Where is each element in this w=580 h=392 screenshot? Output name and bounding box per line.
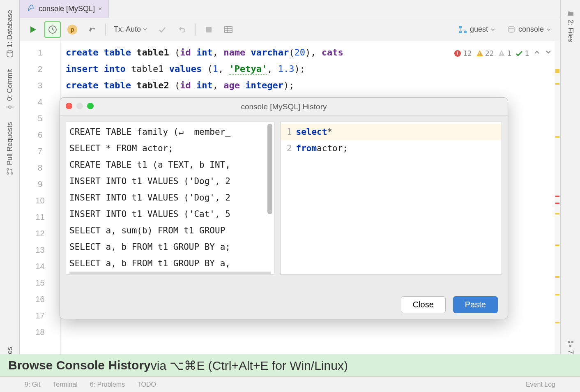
event-log-button[interactable]: Event Log xyxy=(526,381,555,388)
preview-line-number: 1 xyxy=(281,124,292,140)
history-item[interactable]: SELECT a as j, b as j FROM t1 G xyxy=(69,272,271,274)
dialog-title: console [MySQL] History xyxy=(241,102,327,111)
inspection-summary[interactable]: !12 !22 !1 1 xyxy=(451,44,555,62)
warning-count: 22 xyxy=(485,45,494,62)
svg-rect-13 xyxy=(225,27,232,32)
files-tool-button[interactable]: 2: Files xyxy=(566,10,575,42)
run-button[interactable] xyxy=(25,21,41,38)
chevron-down-icon[interactable] xyxy=(545,45,552,62)
line-number: 1 xyxy=(20,44,60,61)
close-icon[interactable]: × xyxy=(98,5,102,13)
history-item[interactable]: INSERT INTO t1 VALUES ('Dog', 2 xyxy=(69,173,271,189)
weak-warning-chip[interactable]: !1 xyxy=(498,45,511,62)
chevron-down-icon xyxy=(546,27,551,32)
schema-icon xyxy=(458,25,467,34)
chevron-up-icon[interactable] xyxy=(533,45,541,62)
error-count: 12 xyxy=(463,45,472,62)
svg-point-4 xyxy=(7,168,9,170)
problems-tool-button[interactable]: 6: Problems xyxy=(90,381,125,388)
mysql-icon xyxy=(26,3,35,14)
scrollbar[interactable] xyxy=(267,124,272,214)
pull-request-icon xyxy=(6,167,14,175)
svg-text:!: ! xyxy=(500,51,503,57)
structure-icon xyxy=(566,340,575,348)
rollback-button[interactable] xyxy=(174,21,190,38)
warning-chip[interactable]: !22 xyxy=(476,45,494,62)
tip-banner: Browse Console History via ⌥⌘E (Ctrl+Alt… xyxy=(0,354,580,376)
files-label: 2: Files xyxy=(566,20,575,42)
svg-point-5 xyxy=(7,173,9,174)
history-item[interactable]: INSERT INTO t1 VALUES ('Cat', 5 xyxy=(69,206,271,222)
line-number: 9 xyxy=(20,176,60,192)
right-tool-rail: 2: Files 7: Structure xyxy=(560,0,580,392)
svg-point-23 xyxy=(509,26,514,29)
preview-line-number: 2 xyxy=(281,140,292,157)
folder-icon xyxy=(566,10,575,17)
console-dropdown[interactable]: console xyxy=(503,25,555,34)
commit-icon xyxy=(6,103,14,111)
stop-button[interactable] xyxy=(200,21,217,38)
chevron-down-icon xyxy=(490,27,495,32)
database-label: 1: Database xyxy=(6,10,14,48)
pull-requests-tool-button[interactable]: Pull Requests xyxy=(6,122,14,175)
console-label: console xyxy=(518,25,544,34)
svg-rect-10 xyxy=(569,345,571,347)
history-item[interactable]: CREATE TABLE t1 (a TEXT, b INT, xyxy=(69,157,271,173)
history-item[interactable]: INSERT INTO t1 VALUES ('Dog', 2 xyxy=(69,189,271,206)
database-icon xyxy=(6,50,14,58)
maximize-window-button[interactable] xyxy=(87,103,94,109)
history-preview[interactable]: 1select * 2from actor; xyxy=(280,122,502,274)
svg-rect-19 xyxy=(464,31,467,33)
paste-button[interactable]: Paste xyxy=(453,296,498,313)
line-number: 6 xyxy=(20,127,60,143)
history-item[interactable]: SELECT a, sum(b) FROM t1 GROUP xyxy=(69,222,271,239)
session-dropdown[interactable]: guest xyxy=(454,25,499,34)
window-controls xyxy=(66,103,94,109)
git-tool-button[interactable]: 9: Git xyxy=(25,381,40,388)
line-number: 5 xyxy=(20,110,60,127)
transaction-mode-dropdown[interactable]: Tx: Auto xyxy=(110,25,151,34)
commit-button[interactable] xyxy=(154,21,170,38)
error-chip[interactable]: !12 xyxy=(454,45,472,62)
line-number: 15 xyxy=(20,274,60,291)
svg-rect-9 xyxy=(571,341,573,343)
history-item[interactable]: SELECT a, b FROM t1 GROUP BY a; xyxy=(69,239,271,255)
chevron-down-icon xyxy=(143,25,147,34)
history-item[interactable]: SELECT a, b FROM t1 GROUP BY a, xyxy=(69,255,271,272)
console-tab[interactable]: console [MySQL] × xyxy=(20,0,109,18)
tx-label: Tx: Auto xyxy=(114,25,141,34)
line-number: 11 xyxy=(20,209,60,225)
settings-button[interactable] xyxy=(84,21,100,38)
table-view-button[interactable] xyxy=(220,21,237,38)
svg-point-1 xyxy=(9,106,11,108)
commit-label: 0: Commit xyxy=(6,69,14,101)
svg-text:!: ! xyxy=(456,51,459,56)
console-icon xyxy=(507,25,516,34)
minimize-window-button[interactable] xyxy=(76,103,83,109)
ok-chip[interactable]: 1 xyxy=(516,45,529,62)
todo-tool-button[interactable]: TODO xyxy=(137,381,156,388)
close-button[interactable]: Close xyxy=(401,296,446,313)
status-bar: 9: Git Terminal 6: Problems TODO Event L… xyxy=(0,376,580,392)
close-window-button[interactable] xyxy=(66,103,72,109)
history-list[interactable]: CREATE TABLE family (↵ member_ SELECT * … xyxy=(66,122,274,274)
svg-point-0 xyxy=(7,51,13,53)
history-button[interactable] xyxy=(44,21,61,38)
editor-tabs: console [MySQL] × xyxy=(20,0,560,18)
session-label: guest xyxy=(470,25,488,34)
line-number: 10 xyxy=(20,192,60,209)
terminal-tool-button[interactable]: Terminal xyxy=(53,381,77,388)
left-tool-rail: 1: Database 0: Commit Pull Requests ★ Fa… xyxy=(0,0,20,392)
commit-tool-button[interactable]: 0: Commit xyxy=(6,69,14,111)
console-toolbar: p Tx: Auto guest console xyxy=(20,18,560,41)
p-button[interactable]: p xyxy=(64,21,81,38)
dialog-titlebar[interactable]: console [MySQL] History xyxy=(60,98,508,116)
marker-stripe[interactable] xyxy=(555,41,560,392)
history-item[interactable]: SELECT * FROM actor; xyxy=(69,140,271,157)
database-tool-button[interactable]: 1: Database xyxy=(6,10,14,58)
weak-count: 1 xyxy=(507,45,511,62)
svg-text:!: ! xyxy=(478,51,481,57)
tip-text: via ⌥⌘E (Ctrl+Alt+E for Win/Linux) xyxy=(151,358,348,373)
line-number: 2 xyxy=(20,61,60,77)
history-item[interactable]: CREATE TABLE family (↵ member_ xyxy=(69,124,271,140)
